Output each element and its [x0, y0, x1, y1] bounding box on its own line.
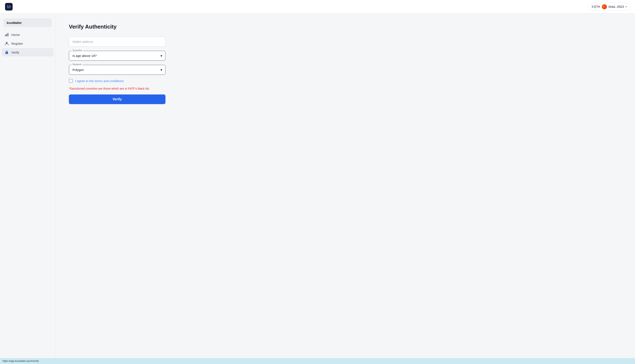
question-select-wrapper: Question Is age above 18? Is a citizen? … — [69, 51, 166, 61]
status-url: https://app.knowallet.xyz/#/verify — [2, 360, 39, 362]
app-layout: knoWallet Home — [0, 14, 635, 364]
user-icon — [4, 41, 9, 46]
main-content: Verify Authenticity Question Is age abov… — [56, 14, 635, 364]
header: M 0 ETH 0x4a...0523 ▾ — [0, 0, 635, 14]
sidebar-item-register-label: Register — [11, 42, 23, 45]
app-logo: M — [5, 3, 12, 10]
lock-icon — [4, 50, 9, 54]
svg-text:M: M — [7, 4, 11, 10]
wallet-info[interactable]: 0 ETH 0x4a...0523 ▾ — [588, 3, 630, 11]
sidebar-app-name: knoWallet — [3, 18, 52, 27]
warning-text: *Sanctioned countries are those which ar… — [69, 87, 166, 90]
network-select[interactable]: Polygon Ethereum Binance Smart Chain — [69, 65, 165, 74]
wallet-address: 0x4a...0523 — [608, 5, 624, 8]
sidebar-item-home[interactable]: Home — [2, 30, 54, 39]
sidebar: knoWallet Home — [0, 14, 56, 364]
logo-area: M — [5, 3, 12, 10]
verify-button[interactable]: Verify — [69, 94, 166, 104]
page-title: Verify Authenticity — [69, 24, 622, 30]
svg-rect-4 — [8, 33, 8, 36]
status-bar: https://app.knowallet.xyz/#/verify — [0, 358, 635, 364]
chevron-down-icon: ▾ — [626, 5, 627, 8]
eth-balance: 0 ETH — [592, 5, 600, 8]
svg-rect-2 — [5, 35, 6, 36]
network-select-wrapper: Network Polygon Ethereum Binance Smart C… — [69, 65, 166, 75]
wallet-avatar — [602, 4, 607, 9]
terms-label[interactable]: I agree to the terms and conditions — [75, 79, 124, 83]
svg-rect-3 — [6, 34, 7, 36]
sidebar-item-register[interactable]: Register — [2, 39, 54, 48]
terms-row: I agree to the terms and conditions — [69, 79, 166, 83]
form-container: Question Is age above 18? Is a citizen? … — [69, 37, 166, 104]
chart-icon — [4, 32, 9, 37]
sidebar-item-home-label: Home — [11, 33, 20, 36]
sidebar-item-verify-label: Verify — [11, 50, 19, 54]
sidebar-nav: Home Register — [0, 30, 55, 56]
question-select[interactable]: Is age above 18? Is a citizen? Has verif… — [69, 51, 165, 60]
wallet-address-input[interactable] — [69, 37, 166, 46]
question-label: Question — [72, 49, 83, 52]
svg-point-5 — [6, 42, 8, 44]
sidebar-item-verify[interactable]: Verify — [2, 48, 54, 56]
svg-point-7 — [6, 53, 7, 54]
network-label: Network — [72, 63, 82, 66]
terms-checkbox[interactable] — [69, 79, 73, 83]
